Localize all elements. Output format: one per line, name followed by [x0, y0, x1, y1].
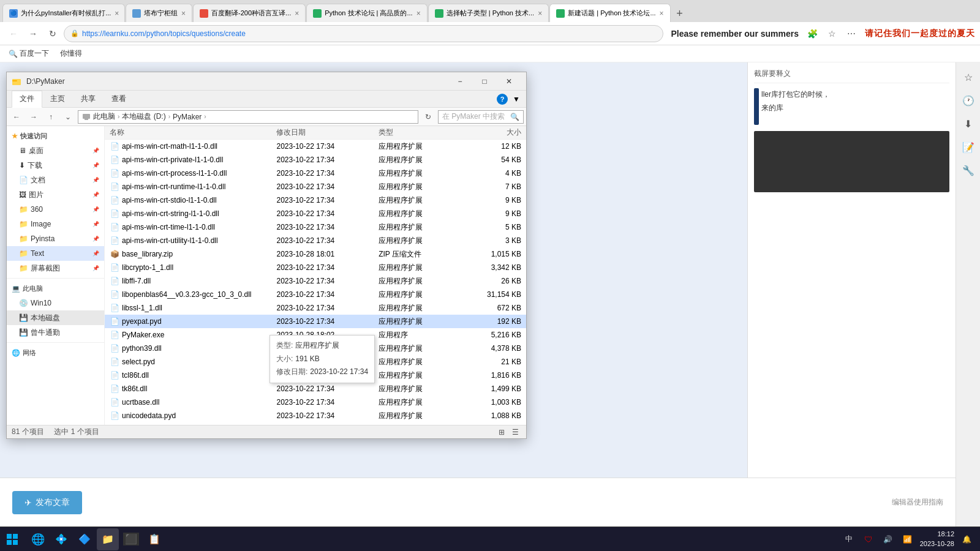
back-button[interactable]: ←: [5, 25, 22, 42]
nav-local-disk[interactable]: 💾本地磁盘: [7, 310, 104, 325]
nav-network[interactable]: 🌐网络: [7, 345, 104, 360]
nav-this-pc[interactable]: 💻此电脑: [7, 281, 104, 296]
tab-2[interactable]: 塔布宁柜组 ×: [126, 4, 192, 22]
nav-win10[interactable]: 💿Win10: [7, 296, 104, 310]
col-size[interactable]: 大小: [462, 127, 524, 138]
nav-text[interactable]: 📁Text 📌: [7, 246, 104, 261]
file-row[interactable]: 📄 api-ms-win-crt-private-l1-1-0.dll 2023…: [105, 153, 526, 167]
file-row[interactable]: 📄 pyexpat.pyd 2023-10-22 17:34 应用程序扩展 19…: [105, 315, 526, 328]
file-row[interactable]: 📄 api-ms-win-crt-utility-l1-1-0.dll 2023…: [105, 234, 526, 247]
edit-guide-link[interactable]: 编辑器使用指南: [892, 497, 943, 508]
path-segment-computer[interactable]: 此电脑: [93, 111, 115, 122]
nav-zengniu[interactable]: 💾曾牛通勤: [7, 325, 104, 340]
close-button[interactable]: ✕: [497, 72, 521, 91]
forward-button[interactable]: →: [24, 25, 42, 42]
favorites-icon[interactable]: ☆: [823, 25, 840, 42]
bookmark-nidong[interactable]: 你懂得: [56, 47, 86, 60]
explorer-search[interactable]: 在 PyMaker 中搜索 🔍: [438, 110, 524, 124]
refresh-button[interactable]: ↻: [44, 25, 61, 42]
address-bar[interactable]: 🔒 https://learnku.com/python/topics/ques…: [64, 25, 663, 42]
file-row[interactable]: 📄 unicodedata.pyd 2023-10-22 17:34 应用程序扩…: [105, 409, 526, 422]
taskbar-edge[interactable]: 🌐: [27, 528, 49, 550]
ribbon-tab-view[interactable]: 查看: [104, 91, 134, 107]
details-view-button[interactable]: ⊞: [496, 426, 508, 438]
sidebar-tools-icon[interactable]: 🔧: [959, 160, 978, 180]
sidebar-history-icon[interactable]: 🕐: [959, 91, 978, 110]
nav-downloads[interactable]: ⬇下载 📌: [7, 158, 104, 173]
nav-desktop[interactable]: 🖥桌面 📌: [7, 143, 104, 158]
file-row[interactable]: 📄 api-ms-win-crt-time-l1-1-0.dll 2023-10…: [105, 220, 526, 234]
tab-close-3[interactable]: ×: [295, 9, 299, 18]
publish-button[interactable]: ✈ 发布文章: [12, 491, 82, 514]
ribbon-tab-file[interactable]: 文件: [12, 91, 42, 108]
nav-documents[interactable]: 📄文档 📌: [7, 173, 104, 187]
file-row[interactable]: 📄 libffi-7.dll 2023-10-22 17:34 应用程序扩展 2…: [105, 274, 526, 288]
tab-close-5[interactable]: ×: [538, 9, 542, 18]
nav-image[interactable]: 📁Image 📌: [7, 217, 104, 231]
tab-3[interactable]: 百度翻译-200种语言互译... ×: [193, 4, 306, 22]
file-row[interactable]: 📄 libssl-1_1.dll 2023-10-22 17:34 应用程序扩展…: [105, 301, 526, 315]
taskbar-network-icon[interactable]: 📶: [899, 531, 916, 548]
col-name[interactable]: 名称: [107, 127, 274, 138]
tab-1[interactable]: 🔵 为什么pyInstaller有时候乱打... ×: [2, 4, 125, 22]
taskbar-explorer[interactable]: 📁: [97, 528, 119, 550]
explorer-up-button[interactable]: ↑: [43, 110, 58, 124]
ribbon-tab-home[interactable]: 主页: [42, 91, 73, 107]
start-button[interactable]: [0, 527, 24, 552]
nav-quick-access[interactable]: ★快速访问: [7, 129, 104, 143]
file-row[interactable]: 📄 libcrypto-1_1.dll 2023-10-22 17:34 应用程…: [105, 261, 526, 274]
ribbon-tab-share[interactable]: 共享: [73, 91, 104, 107]
explorer-back-button[interactable]: ←: [9, 110, 24, 124]
file-row[interactable]: 📄 api-ms-win-crt-runtime-l1-1-0.dll 2023…: [105, 180, 526, 193]
taskbar-terminal[interactable]: ⬛: [120, 528, 142, 550]
explorer-recent-button[interactable]: ⌄: [61, 110, 75, 124]
explorer-refresh-button[interactable]: ↻: [421, 110, 435, 124]
file-row[interactable]: 📄 api-ms-win-crt-stdio-l1-1-0.dll 2023-1…: [105, 193, 526, 207]
file-row[interactable]: 📄 api-ms-win-crt-process-l1-1-0.dll 2023…: [105, 167, 526, 180]
tab-close-2[interactable]: ×: [181, 9, 186, 18]
file-row[interactable]: 📄 ucrtbase.dll 2023-10-22 17:34 应用程序扩展 1…: [105, 395, 526, 409]
tab-close-4[interactable]: ×: [417, 9, 421, 18]
new-tab-button[interactable]: +: [671, 5, 688, 22]
tab-6[interactable]: 新建话题 | Python 技术论坛... ×: [549, 4, 670, 22]
path-segment-local[interactable]: 本地磁盘 (D:): [122, 111, 165, 122]
notification-icon[interactable]: 🔔: [958, 531, 975, 548]
help-button[interactable]: ?: [496, 91, 509, 107]
tab-5[interactable]: 选择帖子类型 | Python 技术... ×: [428, 4, 549, 22]
tab-4[interactable]: Python 技术论坛 | 高品质的... ×: [306, 4, 427, 22]
col-type[interactable]: 类型: [376, 127, 462, 138]
nav-360[interactable]: 📁360 📌: [7, 202, 104, 217]
path-segment-pymaker[interactable]: PyMaker: [173, 113, 202, 121]
nav-pyinsta[interactable]: 📁Pyinsta 📌: [7, 231, 104, 246]
sidebar-notes-icon[interactable]: 📝: [959, 137, 978, 157]
nav-screenshot[interactable]: 📁屏幕截图 📌: [7, 261, 104, 276]
file-row[interactable]: 📄 api-ms-win-crt-math-l1-1-0.dll 2023-10…: [105, 140, 526, 153]
ribbon-expand-button[interactable]: ▼: [511, 91, 521, 107]
explorer-forward-button[interactable]: →: [26, 110, 41, 124]
tab-close-6[interactable]: ×: [660, 9, 664, 18]
taskbar-kde[interactable]: 🔷: [74, 528, 96, 550]
file-row[interactable]: 📄 api-ms-win-crt-string-l1-1-0.dll 2023-…: [105, 207, 526, 220]
file-row[interactable]: 📄 libopenblas64__v0.3.23-gcc_10_3_0.dll …: [105, 288, 526, 301]
taskbar-apps[interactable]: 📋: [143, 528, 165, 550]
settings-icon[interactable]: ⋯: [843, 25, 860, 42]
list-view-button[interactable]: ☰: [509, 426, 521, 438]
minimize-button[interactable]: −: [448, 72, 472, 91]
taskbar-ime-icon[interactable]: 中: [840, 531, 858, 548]
bookmark-baidu[interactable]: 🔍 百度一下: [5, 47, 53, 60]
taskbar-clock[interactable]: 18:12 2023-10-28: [920, 530, 954, 549]
extensions-icon[interactable]: 🧩: [804, 25, 821, 42]
sidebar-downloads-icon[interactable]: ⬇: [959, 114, 978, 133]
file-type-icon: 📄: [110, 209, 119, 219]
file-row[interactable]: 📄 tk86t.dll 2023-10-22 17:34 应用程序扩展 1,49…: [105, 382, 526, 395]
sidebar-collections-icon[interactable]: ☆: [959, 67, 978, 87]
taskbar-volume-icon[interactable]: 🔊: [880, 531, 897, 548]
col-date[interactable]: 修改日期: [274, 127, 376, 138]
maximize-button[interactable]: □: [472, 72, 497, 91]
explorer-path[interactable]: 此电脑 › 本地磁盘 (D:) › PyMaker ›: [78, 110, 418, 124]
tab-close-1[interactable]: ×: [115, 9, 119, 18]
taskbar-ide[interactable]: 💠: [50, 528, 72, 550]
file-row[interactable]: 📦 base_library.zip 2023-10-28 18:01 ZIP …: [105, 247, 526, 261]
taskbar-antivirus-icon[interactable]: 🛡: [860, 531, 877, 548]
nav-pictures[interactable]: 🖼图片 📌: [7, 187, 104, 202]
